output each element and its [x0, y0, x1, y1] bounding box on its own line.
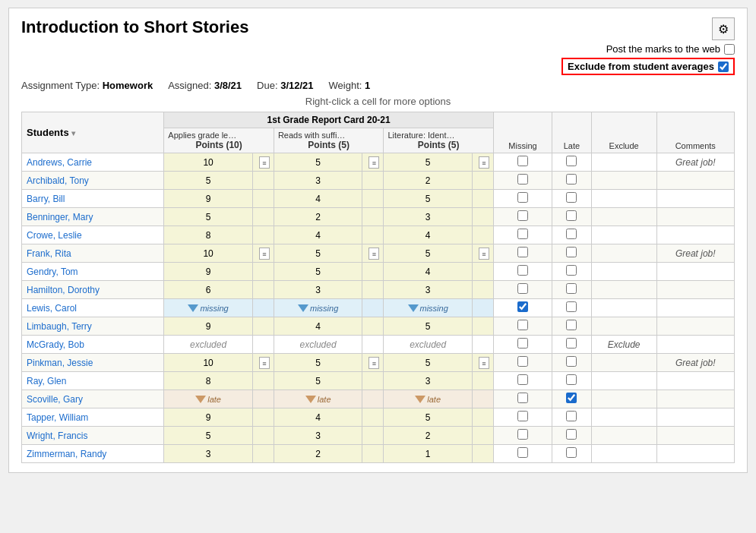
score-cell[interactable]: 8	[164, 226, 253, 244]
student-name-link[interactable]: Archibald, Tony	[27, 175, 89, 186]
student-name-link[interactable]: Barry, Bill	[27, 194, 65, 204]
score-cell[interactable]: 4	[384, 226, 473, 244]
missing-checkbox[interactable]	[517, 301, 528, 312]
missing-checkbox[interactable]	[517, 210, 528, 221]
student-name-link[interactable]: Tapper, William	[27, 412, 88, 423]
late-checkbox[interactable]	[566, 229, 577, 239]
score-cell[interactable]: 10	[164, 354, 253, 372]
late-checkbox[interactable]	[566, 301, 577, 312]
missing-checkbox[interactable]	[517, 156, 528, 166]
student-name-link[interactable]: Frank, Rita	[27, 248, 71, 259]
score-cell[interactable]: 4	[274, 226, 362, 244]
late-checkbox[interactable]	[566, 265, 577, 276]
score-cell[interactable]: 3	[384, 208, 473, 226]
score-cell[interactable]: 5	[164, 172, 253, 190]
score-cell[interactable]: 2	[274, 445, 362, 463]
missing-checkbox[interactable]	[517, 320, 528, 330]
late-checkbox[interactable]	[566, 393, 577, 403]
missing-checkbox[interactable]	[517, 192, 528, 203]
student-name-link[interactable]: Pinkman, Jessie	[27, 358, 93, 368]
late-checkbox[interactable]	[566, 156, 577, 166]
score-cell[interactable]: 3	[164, 445, 253, 463]
score-cell[interactable]: 5	[384, 408, 473, 427]
student-name-link[interactable]: Scoville, Gary	[27, 394, 83, 405]
score-cell[interactable]: 10	[164, 153, 253, 172]
late-checkbox[interactable]	[566, 283, 577, 294]
post-marks-checkbox[interactable]	[724, 44, 735, 55]
student-name-link[interactable]: Limbaugh, Terry	[27, 321, 92, 332]
score-cell[interactable]: late	[384, 390, 473, 408]
late-checkbox[interactable]	[566, 174, 577, 184]
score-cell[interactable]: 5	[384, 244, 473, 263]
late-checkbox[interactable]	[566, 356, 577, 367]
student-name-link[interactable]: Benninger, Mary	[27, 212, 93, 222]
missing-checkbox[interactable]	[517, 247, 528, 257]
score-cell[interactable]: 4	[274, 408, 362, 427]
score-cell[interactable]: late	[164, 390, 253, 408]
score-cell[interactable]: 5	[274, 372, 362, 390]
score-cell[interactable]: 4	[274, 190, 362, 208]
student-name-link[interactable]: Ray, Glen	[27, 376, 66, 386]
student-name-link[interactable]: Hamilton, Dorothy	[27, 285, 100, 295]
late-checkbox[interactable]	[566, 429, 577, 440]
score-cell[interactable]: 3	[384, 281, 473, 299]
late-checkbox[interactable]	[566, 247, 577, 257]
exclude-averages-checkbox[interactable]	[718, 62, 729, 72]
score-cell[interactable]: excluded	[274, 336, 362, 354]
late-checkbox[interactable]	[566, 411, 577, 421]
missing-checkbox[interactable]	[517, 393, 528, 403]
score-cell[interactable]: excluded	[384, 336, 473, 354]
missing-checkbox[interactable]	[517, 283, 528, 294]
score-cell[interactable]: 5	[384, 190, 473, 208]
score-cell[interactable]: 8	[164, 372, 253, 390]
student-name-link[interactable]: Zimmerman, Randy	[27, 449, 106, 459]
score-cell[interactable]: 9	[164, 317, 253, 336]
score-cell[interactable]: 5	[274, 354, 362, 372]
missing-checkbox[interactable]	[517, 338, 528, 348]
score-cell[interactable]: 2	[274, 208, 362, 226]
score-cell[interactable]: late	[274, 390, 362, 408]
score-cell[interactable]: 5	[384, 153, 473, 172]
score-cell[interactable]: 4	[274, 317, 362, 336]
score-cell[interactable]: 4	[384, 263, 473, 281]
score-cell[interactable]: 5	[384, 317, 473, 336]
score-cell[interactable]: 6	[164, 281, 253, 299]
student-name-link[interactable]: Wright, Francis	[27, 430, 87, 441]
score-cell[interactable]: 10	[164, 244, 253, 263]
late-checkbox[interactable]	[566, 192, 577, 203]
missing-checkbox[interactable]	[517, 174, 528, 184]
student-name-link[interactable]: Gendry, Tom	[27, 266, 78, 277]
late-checkbox[interactable]	[566, 447, 577, 458]
score-cell[interactable]: 5	[274, 263, 362, 281]
score-cell[interactable]: 9	[164, 190, 253, 208]
score-cell[interactable]: 9	[164, 408, 253, 427]
score-cell[interactable]: 5	[274, 244, 362, 263]
score-cell[interactable]: 3	[384, 372, 473, 390]
student-name-link[interactable]: Andrews, Carrie	[27, 157, 92, 168]
late-checkbox[interactable]	[566, 374, 577, 385]
missing-checkbox[interactable]	[517, 374, 528, 385]
score-cell[interactable]: excluded	[164, 336, 253, 354]
missing-checkbox[interactable]	[517, 429, 528, 440]
score-cell[interactable]: 5	[274, 153, 362, 172]
missing-checkbox[interactable]	[517, 411, 528, 421]
score-cell[interactable]: missing	[164, 299, 253, 317]
score-cell[interactable]: 5	[164, 427, 253, 445]
gear-button[interactable]: ⚙	[712, 17, 735, 40]
missing-checkbox[interactable]	[517, 265, 528, 276]
score-cell[interactable]: 5	[384, 354, 473, 372]
score-cell[interactable]: 3	[274, 172, 362, 190]
score-cell[interactable]: 2	[384, 172, 473, 190]
score-cell[interactable]: 3	[274, 427, 362, 445]
score-cell[interactable]: 3	[274, 281, 362, 299]
score-cell[interactable]: 9	[164, 263, 253, 281]
late-checkbox[interactable]	[566, 338, 577, 348]
score-cell[interactable]: 1	[384, 445, 473, 463]
score-cell[interactable]: missing	[384, 299, 473, 317]
student-name-link[interactable]: McGrady, Bob	[27, 339, 84, 350]
score-cell[interactable]: 2	[384, 427, 473, 445]
late-checkbox[interactable]	[566, 320, 577, 330]
missing-checkbox[interactable]	[517, 229, 528, 239]
late-checkbox[interactable]	[566, 210, 577, 221]
student-name-link[interactable]: Lewis, Carol	[27, 303, 77, 314]
